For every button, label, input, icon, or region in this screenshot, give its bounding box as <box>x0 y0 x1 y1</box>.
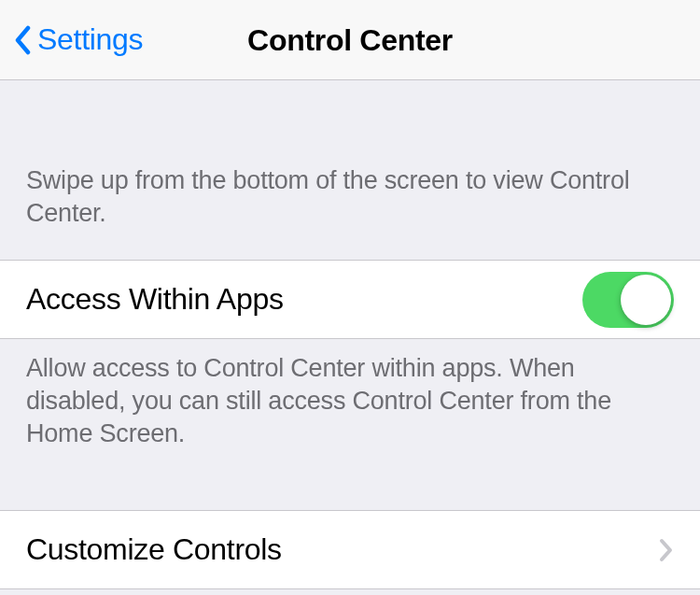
page-title: Control Center <box>247 22 453 57</box>
access-footer-text: Allow access to Control Center within ap… <box>0 339 700 463</box>
customize-controls-label: Customize Controls <box>26 532 282 567</box>
section-intro-text: Swipe up from the bottom of the screen t… <box>0 80 700 260</box>
access-within-apps-row: Access Within Apps <box>0 260 700 339</box>
nav-bar: Settings Control Center <box>0 0 700 80</box>
back-label: Settings <box>37 22 143 57</box>
customize-controls-row[interactable]: Customize Controls <box>0 510 700 589</box>
chevron-left-icon <box>11 22 34 58</box>
access-within-apps-toggle[interactable] <box>582 272 674 328</box>
access-within-apps-label: Access Within Apps <box>26 282 284 317</box>
section-spacer <box>0 463 700 510</box>
back-button[interactable]: Settings <box>11 22 143 58</box>
toggle-knob <box>621 275 671 325</box>
chevron-right-icon <box>659 538 674 562</box>
